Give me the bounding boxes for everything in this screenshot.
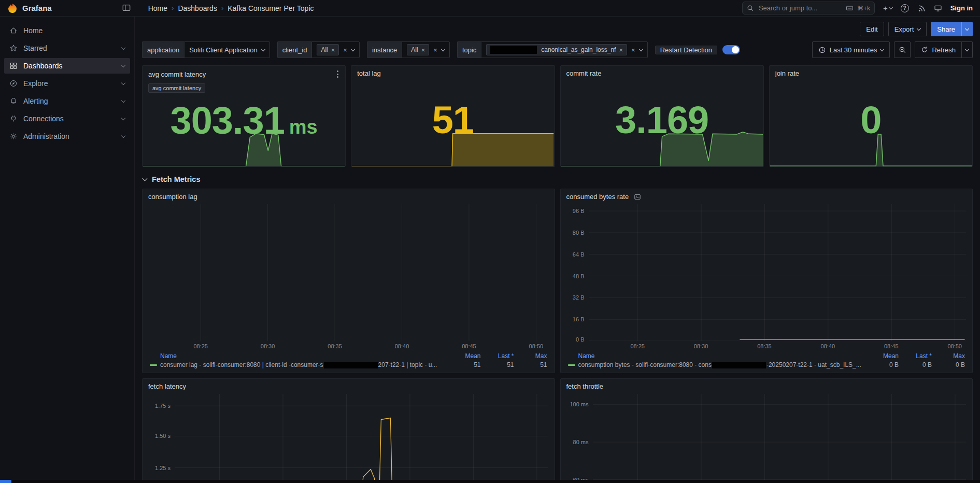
series-legend-chip[interactable]: avg commit latency xyxy=(148,83,205,93)
display-button[interactable] xyxy=(934,4,942,12)
legend-row[interactable]: consumer lag - solifi-consumer:8080 | cl… xyxy=(150,361,547,368)
selected-chip[interactable]: All× xyxy=(317,44,339,55)
refresh-icon xyxy=(921,46,928,53)
series-color-swatch xyxy=(150,364,157,366)
panel-header[interactable]: consumed bytes rate xyxy=(561,189,973,202)
variable-instance: instance All× × xyxy=(367,41,450,58)
sign-in-link[interactable]: Sign in xyxy=(950,4,973,12)
panel-fetch-latency: fetch latency 1.75 s 1.50 s 1.25 s 1 s 7… xyxy=(142,378,555,483)
legend-row[interactable]: consumption bytes - solifi-consumer:8080… xyxy=(568,361,965,368)
help-button[interactable]: ? xyxy=(901,4,909,12)
sidebar-item-explore[interactable]: Explore xyxy=(4,76,130,91)
x-tick: 08:50 xyxy=(947,343,962,349)
chip-close-icon[interactable]: × xyxy=(331,47,335,53)
edit-button[interactable]: Edit xyxy=(860,22,884,36)
breadcrumb-home[interactable]: Home xyxy=(148,4,167,12)
stat-value: 303.31ms xyxy=(170,102,317,140)
news-button[interactable] xyxy=(917,4,926,12)
client-id-select[interactable]: All× × xyxy=(311,41,360,58)
panel-header[interactable]: total lag xyxy=(351,66,554,79)
sidebar-item-administration[interactable]: Administration xyxy=(4,129,130,144)
breadcrumb-dashboards[interactable]: Dashboards xyxy=(178,4,217,12)
legend-header-max[interactable]: Max xyxy=(514,352,547,360)
panel-menu-icon[interactable] xyxy=(336,69,339,79)
series-last: 51 xyxy=(481,361,514,368)
share-button[interactable]: Share xyxy=(931,22,961,36)
series-mean: 51 xyxy=(448,361,481,368)
panel-avg-commit-latency: avg commit latency avg commit latency 30… xyxy=(142,65,346,167)
panel-image-icon[interactable] xyxy=(634,193,641,201)
restart-detection-toggle[interactable] xyxy=(722,45,740,54)
timeseries-body: 1.75 s 1.50 s 1.25 s 1 s 750 ms xyxy=(143,392,555,483)
share-menu-button[interactable] xyxy=(961,22,973,36)
x-tick: 08:35 xyxy=(757,343,772,349)
selected-chip[interactable]: canonical_as_gain_loss_nf× xyxy=(486,44,627,55)
chip-close-icon[interactable]: × xyxy=(619,47,623,53)
y-axis: 1.75 s 1.50 s 1.25 s 1 s 750 ms xyxy=(149,394,175,483)
redaction-box xyxy=(712,362,766,368)
panel-header[interactable]: fetch latency xyxy=(143,379,555,392)
zoom-out-button[interactable] xyxy=(894,41,911,58)
consumption-lag-plot[interactable] xyxy=(149,204,548,341)
panel-title: avg commit latency xyxy=(148,70,206,78)
sidebar-item-label: Dashboards xyxy=(23,62,63,70)
dashboards-icon xyxy=(9,62,18,70)
fetch-throttle-plot[interactable] xyxy=(593,394,967,483)
sidebar-item-starred[interactable]: Starred xyxy=(4,40,130,56)
panel-title: consumption lag xyxy=(148,193,197,201)
time-controls: Last 30 minutes Refresh xyxy=(812,41,973,58)
panel-header[interactable]: avg commit latency xyxy=(143,66,345,80)
chip-close-icon[interactable]: × xyxy=(421,47,425,53)
panel-header[interactable]: fetch throttle xyxy=(561,379,973,392)
y-axis: 100 ms 80 ms 60 ms 40 ms xyxy=(567,394,593,483)
time-range-picker[interactable]: Last 30 minutes xyxy=(812,41,890,58)
sidebar-item-connections[interactable]: Connections xyxy=(4,111,130,126)
consumed-bytes-plot[interactable] xyxy=(589,204,967,341)
chevron-down-icon xyxy=(121,63,125,67)
sidebar-item-dashboards[interactable]: Dashboards xyxy=(4,58,130,74)
instance-select[interactable]: All× × xyxy=(402,41,450,58)
add-new-button[interactable]: + xyxy=(883,4,892,12)
y-tick: 32 B xyxy=(573,294,585,301)
panel-header[interactable]: commit rate xyxy=(561,66,763,79)
series-max: 0 B xyxy=(932,361,965,368)
home-icon xyxy=(9,26,18,35)
y-tick: 0 B xyxy=(576,336,585,343)
sidebar-item-label: Explore xyxy=(23,79,48,88)
legend-header-name[interactable]: Name xyxy=(568,352,866,360)
topic-select[interactable]: canonical_as_gain_loss_nf× × xyxy=(481,41,647,58)
panel-header[interactable]: consumption lag xyxy=(143,189,555,202)
clear-icon[interactable]: × xyxy=(433,47,437,53)
search-input[interactable] xyxy=(758,4,842,12)
selected-chip[interactable]: All× xyxy=(407,44,429,55)
fetch-latency-plot[interactable] xyxy=(175,394,548,483)
grafana-logo-icon[interactable] xyxy=(7,3,18,13)
legend-header-mean[interactable]: Mean xyxy=(865,352,899,360)
legend-header-mean[interactable]: Mean xyxy=(448,352,481,360)
y-tick: 80 ms xyxy=(573,439,589,445)
export-button[interactable]: Export xyxy=(888,22,927,36)
legend-header-last[interactable]: Last * xyxy=(481,352,514,360)
panel-commit-rate: commit rate 3.169 xyxy=(560,65,764,167)
refresh-button[interactable]: Refresh xyxy=(915,41,962,58)
variable-client-id: client_id All× × xyxy=(277,41,360,58)
legend-header-max[interactable]: Max xyxy=(932,352,965,360)
sidebar-item-home[interactable]: Home xyxy=(4,23,130,38)
refresh-interval-button[interactable] xyxy=(962,41,973,58)
chevron-down-icon xyxy=(965,26,969,30)
panel-header[interactable]: join rate xyxy=(770,66,972,79)
clear-icon[interactable]: × xyxy=(631,47,635,53)
sidebar-item-alerting[interactable]: Alerting xyxy=(4,93,130,109)
clear-icon[interactable]: × xyxy=(343,47,347,53)
series-last: 0 B xyxy=(899,361,932,368)
legend-header-name[interactable]: Name xyxy=(150,352,448,360)
sidebar-toggle-icon[interactable] xyxy=(122,3,131,12)
stat-value: 0 xyxy=(860,101,881,139)
search-box[interactable]: ⌘+k xyxy=(742,2,875,15)
chevron-down-icon xyxy=(121,116,125,120)
legend-header-last[interactable]: Last * xyxy=(899,352,932,360)
row-fetch-metrics[interactable]: Fetch Metrics xyxy=(142,175,973,183)
sidebar-item-label: Home xyxy=(23,26,42,35)
plus-icon: + xyxy=(883,4,888,12)
application-select[interactable]: Solifi Client Application xyxy=(184,41,270,58)
